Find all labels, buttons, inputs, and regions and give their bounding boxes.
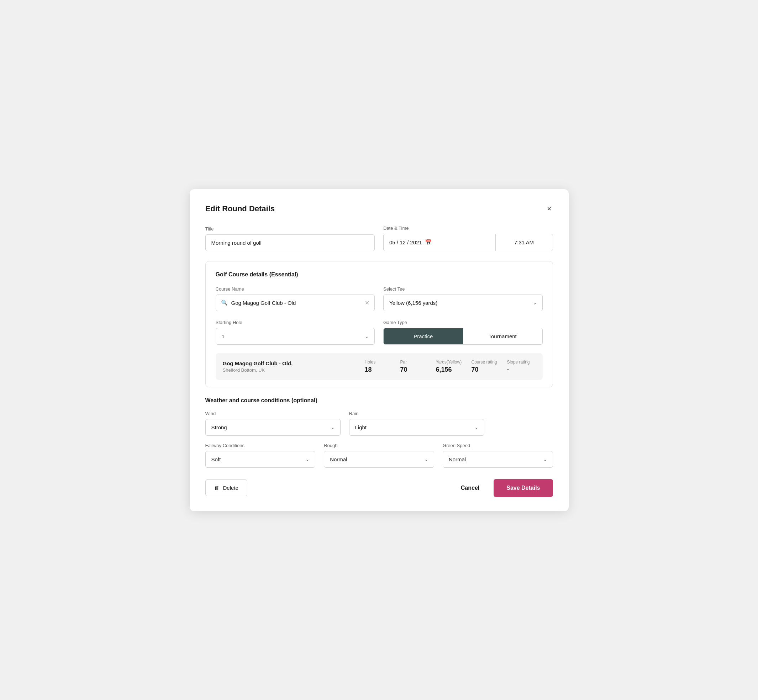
practice-button[interactable]: Practice [384,328,463,344]
game-type-toggle: Practice Tournament [383,328,543,345]
wind-dropdown[interactable]: CalmLightModerate StrongVery Strong [205,419,341,436]
weather-bottom-row: Fairway Conditions SoftNormalHard ⌄ Roug… [205,443,553,468]
green-speed-group: Green Speed SlowNormal FastVery Fast ⌄ [443,443,553,468]
search-icon: 🔍 [221,300,228,306]
modal-title: Edit Round Details [205,204,275,213]
course-location: Shelford Bottom, UK [223,367,358,373]
course-rating-value: 70 [471,366,479,373]
holes-stat: Holes 18 [365,359,393,373]
golf-course-section: Golf Course details (Essential) Course N… [205,261,553,388]
date-value: 05 / 12 / 2021 [389,239,422,245]
tournament-button[interactable]: Tournament [463,328,542,344]
rain-group: Rain NoneLight ModerateHeavy ⌄ [349,411,484,436]
weather-section: Weather and course conditions (optional)… [205,397,553,468]
starting-hole-dropdown[interactable]: 1234 5678 910 [216,328,375,345]
course-name-input-wrap[interactable]: 🔍 ✕ [216,295,375,311]
course-name-group: Course Name 🔍 ✕ [216,286,375,311]
delete-label: Delete [223,485,238,491]
time-field[interactable]: 7:31 AM [496,234,553,251]
green-speed-dropdown[interactable]: SlowNormal FastVery Fast [443,451,553,468]
weather-top-row: Wind CalmLightModerate StrongVery Strong… [205,411,553,436]
title-input[interactable] [205,234,375,251]
select-tee-group: Select Tee Yellow (6,156 yards) White Re… [383,286,543,311]
wind-label: Wind [205,411,341,416]
slope-rating-value: - [507,366,509,373]
title-group: Title [205,226,375,251]
select-tee-label: Select Tee [383,286,543,292]
trash-icon: 🗑 [214,485,219,491]
rough-wrap: SoftNormalHard ⌄ [324,451,434,468]
holes-value: 18 [365,366,372,373]
green-speed-wrap: SlowNormal FastVery Fast ⌄ [443,451,553,468]
date-field[interactable]: 05 / 12 / 2021 📅 [384,234,496,251]
calendar-icon: 📅 [425,239,432,246]
modal-header: Edit Round Details × [205,203,553,214]
top-row: Title Date & Time 05 / 12 / 2021 📅 7:31 … [205,225,553,251]
par-stat: Par 70 [400,359,429,373]
green-speed-label: Green Speed [443,443,553,448]
course-tee-row: Course Name 🔍 ✕ Select Tee Yellow (6,156… [216,286,543,311]
course-info-row: Gog Magog Golf Club - Old, Shelford Bott… [216,353,543,380]
fairway-label: Fairway Conditions [205,443,316,448]
clear-course-button[interactable]: ✕ [365,300,370,306]
fairway-dropdown[interactable]: SoftNormalHard [205,451,316,468]
starting-hole-label: Starting Hole [216,320,375,325]
rain-dropdown[interactable]: NoneLight ModerateHeavy [349,419,484,436]
select-tee-wrap: Yellow (6,156 yards) White Red Blue ⌄ [383,295,543,311]
rain-label: Rain [349,411,484,416]
wind-group: Wind CalmLightModerate StrongVery Strong… [205,411,341,436]
cancel-button[interactable]: Cancel [458,480,482,496]
par-label: Par [400,359,407,364]
fairway-wrap: SoftNormalHard ⌄ [205,451,316,468]
datetime-row: 05 / 12 / 2021 📅 7:31 AM [383,234,553,251]
datetime-group: Date & Time 05 / 12 / 2021 📅 7:31 AM [383,225,553,251]
save-button[interactable]: Save Details [493,479,553,497]
delete-button[interactable]: 🗑 Delete [205,480,247,496]
slope-rating-label: Slope rating [507,359,530,364]
golf-section-title: Golf Course details (Essential) [216,271,543,278]
yards-value: 6,156 [436,366,452,373]
course-name-input[interactable] [231,295,362,311]
starting-hole-group: Starting Hole 1234 5678 910 ⌄ [216,320,375,345]
weather-title: Weather and course conditions (optional) [205,397,553,404]
datetime-label: Date & Time [383,225,553,231]
course-name-display: Gog Magog Golf Club - Old, [223,360,358,366]
wind-wrap: CalmLightModerate StrongVery Strong ⌄ [205,419,341,436]
fairway-group: Fairway Conditions SoftNormalHard ⌄ [205,443,316,468]
game-type-group: Game Type Practice Tournament [383,320,543,345]
course-info-name: Gog Magog Golf Club - Old, Shelford Bott… [223,360,358,373]
rough-group: Rough SoftNormalHard ⌄ [324,443,434,468]
starting-hole-wrap: 1234 5678 910 ⌄ [216,328,375,345]
rough-dropdown[interactable]: SoftNormalHard [324,451,434,468]
game-type-label: Game Type [383,320,543,325]
yards-stat: Yards(Yellow) 6,156 [436,359,464,373]
holes-label: Holes [365,359,376,364]
hole-gametype-row: Starting Hole 1234 5678 910 ⌄ Game Type … [216,320,543,345]
time-value: 7:31 AM [514,239,534,245]
course-rating-label: Course rating [471,359,497,364]
course-name-label: Course Name [216,286,375,292]
select-tee-dropdown[interactable]: Yellow (6,156 yards) White Red Blue [383,295,543,311]
modal-footer: 🗑 Delete Cancel Save Details [205,479,553,497]
slope-rating-stat: Slope rating - [507,359,536,373]
course-rating-stat: Course rating 70 [471,359,500,373]
footer-right: Cancel Save Details [458,479,553,497]
close-button[interactable]: × [545,203,553,214]
rain-wrap: NoneLight ModerateHeavy ⌄ [349,419,484,436]
yards-label: Yards(Yellow) [436,359,462,364]
edit-round-modal: Edit Round Details × Title Date & Time 0… [190,189,568,511]
rough-label: Rough [324,443,434,448]
title-label: Title [205,226,375,231]
par-value: 70 [400,366,407,373]
